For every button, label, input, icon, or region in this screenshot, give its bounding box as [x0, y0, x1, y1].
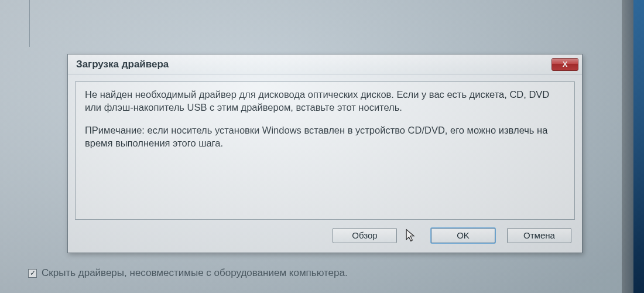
hide-incompatible-row[interactable]: Скрыть драйверы, несовместимые с оборудо…: [28, 267, 348, 279]
dialog-title: Загрузка драйвера: [76, 59, 169, 70]
close-button[interactable]: X: [551, 58, 578, 71]
dialog-button-row: Обзор OK Отмена: [333, 228, 571, 243]
hide-incompatible-label: Скрыть драйверы, несовместимые с оборудо…: [42, 267, 348, 279]
dialog-message-primary: Не найден необходимый драйвер для дисков…: [85, 88, 565, 114]
dialog-content: Не найден необходимый драйвер для дисков…: [75, 81, 575, 220]
ok-button[interactable]: OK: [431, 228, 495, 243]
cancel-button[interactable]: Отмена: [507, 228, 571, 243]
hide-incompatible-checkbox[interactable]: [28, 269, 37, 278]
dialog-message-note: ПРимечание: если носитель установки Wind…: [85, 124, 565, 150]
cursor-icon: [405, 229, 416, 243]
close-icon: X: [563, 60, 568, 69]
browse-button[interactable]: Обзор: [333, 228, 397, 243]
dialog-titlebar: Загрузка драйвера X: [68, 54, 582, 74]
load-driver-dialog: Загрузка драйвера X Не найден необходимы…: [67, 54, 583, 253]
parent-wizard-frame-edge: [29, 0, 597, 47]
monitor-bezel: [622, 0, 644, 293]
